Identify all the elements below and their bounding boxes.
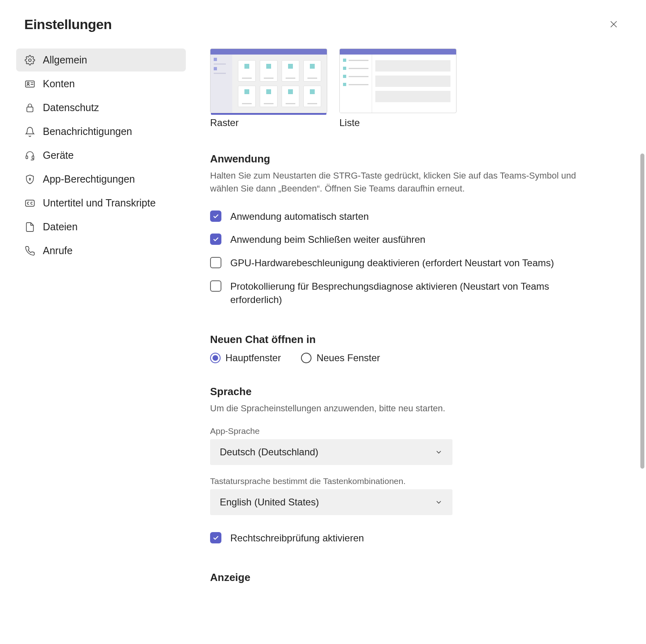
sidebar-item-label: Dateien [43, 221, 78, 233]
sidebar-item-app-permissions[interactable]: App-Berechtigungen [16, 168, 186, 191]
checkbox-label: Protokollierung für Besprechungsdiagnose… [230, 280, 598, 307]
section-title: Anwendung [210, 153, 598, 165]
svg-point-2 [27, 82, 29, 84]
svg-rect-7 [25, 200, 34, 206]
svg-point-0 [29, 59, 32, 61]
layout-tiles: Raster [210, 48, 598, 128]
checkbox-box[interactable] [210, 280, 221, 292]
layout-tile-grid[interactable]: Raster [210, 48, 327, 128]
svg-rect-5 [32, 156, 34, 159]
radio-new-window[interactable]: Neues Fenster [301, 352, 380, 364]
body: Allgemein Konten Datenschutz Benachricht… [0, 48, 646, 628]
sidebar-item-files[interactable]: Dateien [16, 215, 186, 238]
chevron-down-icon [435, 498, 443, 506]
lock-icon [24, 102, 36, 114]
select-app-language[interactable]: Deutsch (Deutschland) [210, 439, 452, 465]
sidebar-item-label: Datenschutz [43, 102, 99, 114]
svg-rect-3 [27, 107, 33, 112]
check-icon [212, 236, 219, 243]
sidebar-item-general[interactable]: Allgemein [16, 48, 186, 72]
field-label-keyboard-language: Tastatursprache bestimmt die Tastenkombi… [210, 476, 598, 486]
checkbox-spellcheck[interactable]: Rechtschreibprüfung aktivieren [210, 526, 598, 550]
checkbox-autostart[interactable]: Anwendung automatisch starten [210, 205, 598, 228]
radio-group-chat-window: Hauptfenster Neues Fenster [210, 352, 598, 364]
sidebar-item-label: Geräte [43, 149, 74, 161]
sidebar-item-label: Untertitel und Transkripte [43, 197, 156, 209]
select-value: Deutsch (Deutschland) [220, 446, 318, 458]
sidebar-item-label: Anrufe [43, 245, 73, 257]
radio-circle[interactable] [210, 353, 221, 363]
section-title: Sprache [210, 385, 598, 398]
section-description: Um die Spracheinstellungen anzuwenden, b… [210, 402, 590, 415]
layout-tile-label: Raster [210, 117, 327, 128]
bell-icon [24, 126, 36, 137]
section-chat-open: Neuen Chat öffnen in Hauptfenster Neues … [210, 333, 598, 364]
layout-tile-label: Liste [339, 117, 457, 128]
checkbox-disable-gpu[interactable]: GPU-Hardwarebeschleunigung deaktivieren … [210, 251, 598, 275]
section-title: Anzeige [210, 571, 598, 584]
checkbox-label: Anwendung beim Schließen weiter ausführe… [230, 233, 425, 246]
layout-tile-list[interactable]: Liste [339, 48, 457, 128]
radio-label: Hauptfenster [225, 352, 281, 364]
close-button[interactable] [606, 16, 622, 32]
scrollbar-thumb[interactable] [640, 154, 644, 469]
chevron-down-icon [435, 448, 443, 456]
header: Einstellungen [0, 16, 646, 48]
layout-preview-list [339, 48, 457, 113]
phone-icon [24, 245, 36, 257]
svg-rect-4 [26, 156, 27, 159]
sidebar-item-label: Konten [43, 78, 75, 90]
id-card-icon [24, 78, 36, 90]
sidebar-item-label: App-Berechtigungen [43, 173, 135, 185]
checkbox-label: Rechtschreibprüfung aktivieren [230, 531, 364, 545]
sidebar-item-privacy[interactable]: Datenschutz [16, 96, 186, 119]
select-value: English (United States) [220, 497, 319, 508]
checkbox-label: Anwendung automatisch starten [230, 210, 369, 223]
radio-main-window[interactable]: Hauptfenster [210, 352, 281, 364]
checkbox-meeting-logging[interactable]: Protokollierung für Besprechungsdiagnose… [210, 275, 598, 311]
radio-label: Neues Fenster [316, 352, 380, 364]
svg-point-6 [29, 178, 30, 179]
section-language: Sprache Um die Spracheinstellungen anzuw… [210, 385, 598, 549]
sidebar-item-label: Allgemein [43, 54, 87, 66]
field-label-app-language: App-Sprache [210, 426, 598, 436]
file-icon [24, 221, 36, 233]
sidebar: Allgemein Konten Datenschutz Benachricht… [16, 48, 186, 628]
main-content: Raster [186, 48, 630, 628]
section-description: Halten Sie zum Neustarten die STRG-Taste… [210, 169, 590, 195]
section-application: Anwendung Halten Sie zum Neustarten die … [210, 153, 598, 311]
checkbox-label: GPU-Hardwarebeschleunigung deaktivieren … [230, 256, 554, 270]
sidebar-item-calls[interactable]: Anrufe [16, 239, 186, 262]
headset-icon [24, 150, 36, 161]
section-title: Neuen Chat öffnen in [210, 333, 598, 346]
check-icon [212, 534, 219, 541]
sidebar-item-label: Benachrichtigungen [43, 126, 132, 137]
sidebar-item-accounts[interactable]: Konten [16, 72, 186, 95]
cc-icon [24, 198, 36, 209]
svg-rect-1 [25, 81, 34, 87]
sidebar-item-notifications[interactable]: Benachrichtigungen [16, 120, 186, 143]
page-title: Einstellungen [24, 17, 112, 32]
sidebar-item-devices[interactable]: Geräte [16, 144, 186, 167]
checkbox-box[interactable] [210, 234, 221, 245]
shield-key-icon [24, 174, 36, 185]
select-keyboard-language[interactable]: English (United States) [210, 489, 452, 515]
section-display: Anzeige [210, 571, 598, 584]
layout-preview-grid [210, 48, 327, 113]
checkbox-box[interactable] [210, 532, 221, 543]
radio-circle[interactable] [301, 353, 311, 363]
close-icon [609, 20, 618, 29]
gear-icon [24, 55, 36, 66]
sidebar-item-captions[interactable]: Untertitel und Transkripte [16, 192, 186, 215]
checkbox-box[interactable] [210, 210, 221, 222]
checkbox-run-on-close[interactable]: Anwendung beim Schließen weiter ausführe… [210, 228, 598, 251]
checkbox-box[interactable] [210, 257, 221, 268]
check-icon [212, 213, 219, 220]
settings-window: Einstellungen Allgemein Konten [0, 0, 646, 644]
